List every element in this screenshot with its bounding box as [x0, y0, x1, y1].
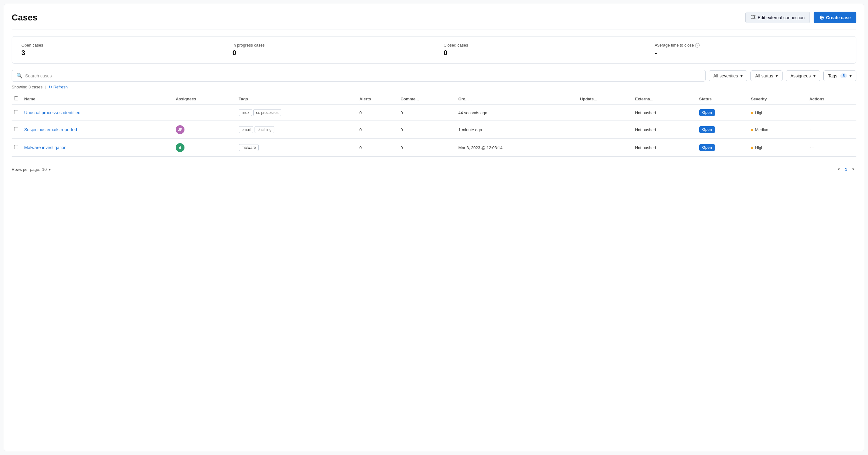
table-header-row: Name Assignees Tags Alerts Comme... Cre.… — [12, 93, 856, 105]
create-case-icon: ⊕ — [819, 15, 824, 21]
stat-in-progress: In progress cases 0 — [232, 43, 425, 57]
col-severity: Severity — [748, 93, 807, 105]
tags-dropdown[interactable]: Tags 5 ▾ — [824, 70, 856, 81]
svg-point-1 — [754, 17, 754, 18]
stat-divider-2 — [434, 43, 434, 57]
case-severity: High — [748, 105, 807, 121]
severities-chevron-icon: ▾ — [740, 73, 743, 78]
search-icon: 🔍 — [16, 73, 23, 79]
col-updated: Update... — [577, 93, 632, 105]
case-actions: ⋯ — [807, 139, 856, 157]
severity-text: High — [755, 145, 763, 150]
assignees-chevron-icon: ▾ — [813, 73, 815, 78]
tag-badge: malware — [239, 144, 259, 151]
stat-closed: Closed cases 0 — [444, 43, 636, 57]
search-input[interactable] — [25, 73, 701, 78]
create-case-label: Create case — [826, 15, 851, 20]
search-box[interactable]: 🔍 — [12, 70, 706, 82]
col-comments: Comme... — [398, 93, 456, 105]
next-page-button[interactable]: > — [850, 166, 856, 173]
refresh-button[interactable]: ↻ Refresh — [49, 85, 68, 89]
severity-text: Medium — [755, 127, 769, 132]
stats-row: Open cases 3 In progress cases 0 Closed … — [12, 36, 856, 63]
row-checkbox-cell — [12, 105, 22, 121]
case-name-link[interactable]: Malware investigation — [24, 145, 67, 150]
col-tags: Tags — [236, 93, 357, 105]
page-title: Cases — [12, 12, 38, 23]
in-progress-value: 0 — [232, 49, 425, 57]
severities-label: All severities — [713, 73, 738, 78]
case-assignees: d — [173, 139, 236, 157]
pagination: < 1 > — [836, 166, 856, 173]
sort-icon-created: ↓ — [471, 97, 473, 101]
case-name-link[interactable]: Suspicious emails reported — [24, 127, 77, 132]
tag-badge: email — [239, 126, 254, 133]
status-dropdown[interactable]: All status ▾ — [750, 70, 782, 81]
rows-per-page-chevron: ▾ — [49, 167, 51, 172]
avg-close-value: - — [655, 49, 847, 57]
stat-divider-1 — [223, 43, 223, 57]
tags-label: Tags — [828, 73, 838, 78]
case-external: Not pushed — [632, 139, 697, 157]
case-external: Not pushed — [632, 105, 697, 121]
select-all-checkbox[interactable] — [14, 96, 18, 101]
tag-badge: phishing — [254, 126, 274, 133]
open-cases-value: 3 — [21, 49, 213, 57]
row-checkbox[interactable] — [14, 110, 18, 114]
col-assignees: Assignees — [173, 93, 236, 105]
severity-dot-icon — [751, 147, 753, 149]
select-all-header[interactable] — [12, 93, 22, 105]
separator: | — [45, 85, 46, 89]
actions-menu-button[interactable]: ⋯ — [809, 109, 815, 116]
severities-dropdown[interactable]: All severities ▾ — [709, 70, 748, 81]
stat-avg-close: Average time to close ? - — [655, 43, 847, 57]
assignees-dropdown[interactable]: Assignees ▾ — [786, 70, 820, 81]
showing-text: Showing 3 cases — [12, 85, 42, 89]
case-severity: Medium — [748, 121, 807, 139]
actions-menu-button[interactable]: ⋯ — [809, 144, 815, 151]
current-page: 1 — [845, 167, 847, 172]
tag-badge: os processes — [253, 109, 281, 116]
avatar: JP — [176, 125, 184, 134]
col-created[interactable]: Cre... ↓ — [456, 93, 578, 105]
case-created: 44 seconds ago — [456, 105, 578, 121]
edit-connection-button[interactable]: Edit external connection — [745, 12, 810, 23]
actions-menu-button[interactable]: ⋯ — [809, 126, 815, 133]
rows-per-page-label: Rows per page: — [12, 167, 40, 172]
svg-point-0 — [752, 16, 753, 17]
stat-open-cases: Open cases 3 — [21, 43, 213, 57]
case-name-link[interactable]: Unusual processes identified — [24, 110, 81, 115]
prev-page-button[interactable]: < — [836, 166, 842, 173]
header-buttons: Edit external connection ⊕ Create case — [745, 12, 856, 23]
row-checkbox-cell — [12, 121, 22, 139]
row-checkbox-cell — [12, 139, 22, 157]
col-actions: Actions — [807, 93, 856, 105]
create-case-button[interactable]: ⊕ Create case — [814, 12, 856, 23]
row-checkbox[interactable] — [14, 127, 18, 131]
case-assignees: JP — [173, 121, 236, 139]
table-row: Unusual processes identified—linuxos pro… — [12, 105, 856, 121]
refresh-label: Refresh — [54, 85, 68, 89]
case-alerts: 0 — [357, 121, 398, 139]
case-created: 1 minute ago — [456, 121, 578, 139]
avg-close-label: Average time to close ? — [655, 43, 847, 48]
status-badge: Open — [699, 109, 715, 116]
case-tags: malware — [236, 139, 357, 157]
row-checkbox[interactable] — [14, 145, 18, 149]
tags-chevron-icon: ▾ — [849, 73, 852, 78]
case-actions: ⋯ — [807, 105, 856, 121]
page-header: Cases Edit external connection ⊕ Create … — [12, 12, 856, 23]
case-comments: 0 — [398, 139, 456, 157]
edit-connection-icon — [751, 15, 756, 21]
case-assignees: — — [173, 105, 236, 121]
rows-per-page[interactable]: Rows per page: 10 ▾ — [12, 167, 51, 172]
tags-count-badge: 5 — [840, 73, 847, 78]
case-tags: emailphishing — [236, 121, 357, 139]
case-alerts: 0 — [357, 139, 398, 157]
case-status: Open — [697, 139, 749, 157]
edit-connection-label: Edit external connection — [758, 15, 805, 20]
severity-dot-icon — [751, 112, 753, 114]
avg-close-info-icon: ? — [695, 43, 700, 48]
col-external: Externa... — [632, 93, 697, 105]
status-chevron-icon: ▾ — [776, 73, 778, 78]
